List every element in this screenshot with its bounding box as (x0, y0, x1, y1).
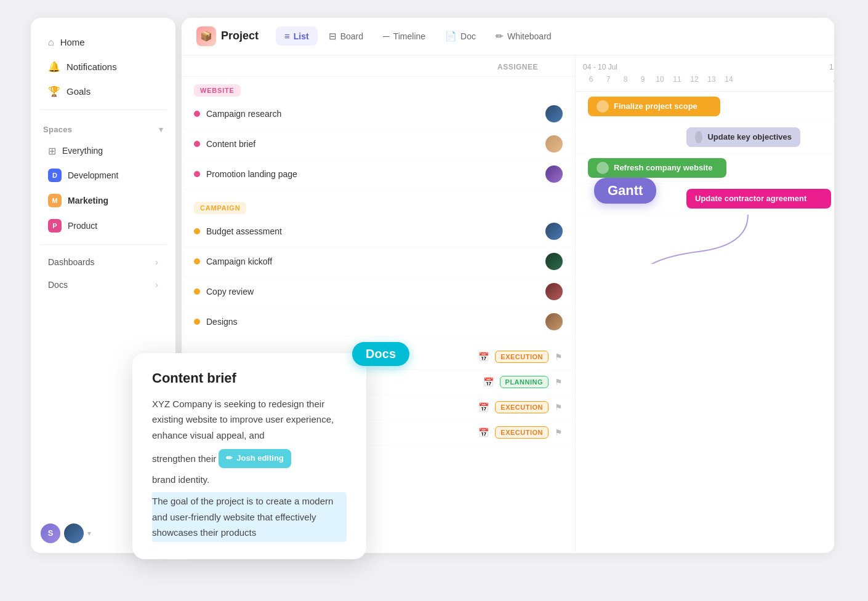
task-avatar (545, 135, 563, 153)
website-group-label: WEBSITE (194, 84, 241, 97)
task-row[interactable]: Campaign research (182, 99, 575, 129)
gantt-label-bubble: Gantt (594, 178, 656, 204)
gantt-bar-refresh[interactable]: Refresh company website (588, 158, 726, 178)
flag-icon: ⚑ (555, 377, 563, 387)
group-campaign: CAMPAIGN Budget assessment Campaign kick… (182, 194, 575, 337)
tab-whiteboard[interactable]: ✏ Whiteboard (487, 26, 560, 46)
task-avatar (545, 253, 563, 270)
tab-doc[interactable]: 📄 Doc (436, 26, 484, 46)
divider (40, 109, 166, 110)
bell-icon: 🔔 (48, 61, 60, 73)
task-dot (194, 228, 200, 234)
task-dot (194, 111, 200, 117)
week-label-2: 11 - 17 Jul (829, 63, 834, 71)
chevron-right-icon2: › (155, 280, 158, 290)
sidebar-item-docs[interactable]: Docs › (36, 274, 171, 296)
sidebar-item-marketing[interactable]: M Marketing (36, 188, 171, 213)
project-title: Project (221, 30, 259, 42)
status-badge: EXECUTION (495, 401, 549, 413)
sidebar-item-goals[interactable]: 🏆 Goals (36, 79, 171, 103)
campaign-group-label: CAMPAIGN (194, 202, 246, 214)
task-row[interactable]: Campaign kickoff (182, 247, 575, 277)
marketing-dot: M (48, 194, 62, 207)
group-website: WEBSITE Campaign research Content brief … (182, 77, 575, 189)
task-row[interactable]: Designs (182, 307, 575, 337)
gantt-area: 04 - 10 Jul 6 7 8 9 10 11 12 13 14 (576, 55, 834, 552)
sidebar-item-product[interactable]: P Product (36, 213, 171, 238)
docs-bubble-label: Docs (352, 342, 409, 366)
status-badge: PLANNING (500, 376, 549, 388)
task-row[interactable]: Budget assessment (182, 217, 575, 247)
task-dot (194, 319, 200, 325)
gantt-bar-row-1: Finalize project scope (576, 92, 834, 122)
gantt-bar-row-2: Update key objectives (576, 122, 834, 153)
bar-avatar (597, 100, 609, 113)
tab-timeline[interactable]: ─ Timeline (374, 26, 434, 46)
gantt-bar-contractor[interactable]: Update contractor agreement (686, 189, 831, 209)
divider2 (40, 244, 166, 245)
bar-avatar (695, 131, 702, 143)
nav-tabs: ≡ List ⊟ Board ─ Timeline 📄 Doc ✏ Whi (276, 26, 560, 46)
product-dot: P (48, 219, 62, 233)
gantt-bars-container: Finalize project scope Update key object… (576, 92, 834, 264)
gantt-header: 04 - 10 Jul 6 7 8 9 10 11 12 13 14 (576, 55, 834, 92)
dev-dot: D (48, 169, 62, 182)
timeline-icon: ─ (383, 31, 390, 41)
bar-avatar (597, 162, 609, 174)
task-avatar (545, 105, 563, 122)
trophy-icon: 🏆 (48, 86, 60, 97)
task-row[interactable]: Copy review (182, 277, 575, 307)
flag-icon: ⚑ (555, 402, 563, 412)
task-dot (194, 258, 200, 265)
docs-panel-title: Content brief (152, 370, 347, 386)
status-badge: EXECUTION (495, 426, 549, 439)
assignee-col-label: ASSIGNEE (497, 63, 563, 71)
gantt-bar-finalize[interactable]: Finalize project scope (588, 97, 720, 116)
calendar-icon: 📅 (478, 402, 489, 412)
task-dot (194, 289, 200, 295)
docs-highlight: The goal of the project is to create a m… (152, 492, 347, 542)
status-badge: EXECUTION (495, 351, 549, 363)
week-label-1: 04 - 10 Jul (583, 63, 814, 71)
gantt-bar-update-key[interactable]: Update key objectives (686, 127, 800, 147)
docs-panel-body: XYZ Company is seeking to redesign their… (152, 396, 347, 542)
user-avatar-s: S (41, 523, 60, 543)
task-row[interactable]: Content brief (182, 129, 575, 159)
task-avatar (545, 165, 563, 183)
spaces-header: Spaces ▾ (31, 116, 175, 139)
task-avatar (545, 313, 563, 330)
sidebar-item-dashboards[interactable]: Dashboards › (36, 251, 171, 273)
task-avatar (545, 223, 563, 240)
calendar-icon: 📅 (483, 377, 494, 387)
project-icon: 📦 (196, 26, 216, 46)
user-dropdown-icon: ▾ (87, 529, 91, 538)
docs-panel: Docs Content brief XYZ Company is seekin… (132, 353, 366, 559)
sidebar-item-home[interactable]: ⌂ Home (36, 31, 171, 54)
chevron-down-icon[interactable]: ▾ (159, 125, 163, 134)
flag-icon: ⚑ (555, 352, 563, 362)
task-row[interactable]: Promotion landing page (182, 159, 575, 189)
home-icon: ⌂ (48, 37, 54, 48)
tab-board[interactable]: ⊟ Board (320, 26, 372, 46)
task-dot (194, 141, 200, 147)
chevron-right-icon: › (155, 257, 158, 267)
task-avatar (545, 283, 563, 300)
user-avatar-face (64, 523, 84, 543)
board-icon: ⊟ (329, 31, 337, 42)
sidebar-item-everything[interactable]: ⊞ Everything (36, 140, 171, 162)
doc-icon: 📄 (445, 31, 457, 42)
sidebar-user[interactable]: S ▾ (41, 523, 91, 543)
main-header: 📦 Project ≡ List ⊟ Board ─ Timeline 📄 Do… (182, 18, 834, 55)
sidebar-item-notifications[interactable]: 🔔 Notifications (36, 55, 171, 79)
tab-list[interactable]: ≡ List (276, 26, 318, 46)
sidebar-item-development[interactable]: D Development (36, 163, 171, 188)
calendar-icon: 📅 (478, 428, 489, 437)
spacer (182, 189, 575, 194)
whiteboard-icon: ✏ (496, 31, 504, 42)
calendar-icon: 📅 (478, 352, 489, 362)
task-list-header: ASSIGNEE (182, 55, 575, 77)
flag-icon: ⚑ (555, 428, 563, 437)
task-dot (194, 171, 200, 177)
pencil-icon: ✏ (226, 452, 233, 465)
josh-editing-badge: ✏ Josh editing (219, 449, 291, 468)
